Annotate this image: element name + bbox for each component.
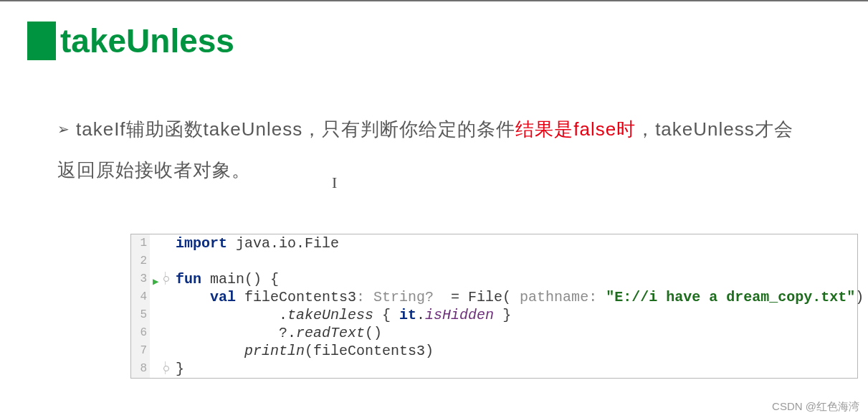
bullet-triangle-icon: ➢	[57, 121, 70, 137]
method-call: println	[244, 343, 305, 359]
run-gutter-icon[interactable]: ▶	[153, 273, 158, 291]
bullet-section: ➢takeIf辅助函数takeUnless，只有判断你给定的条件结果是false…	[57, 109, 865, 191]
line-number: 4	[131, 288, 150, 306]
code-row-2: 2	[131, 252, 857, 270]
code-text	[176, 343, 244, 359]
bullet-text-post: ，takeUnless才会	[636, 118, 793, 140]
fold-gutter-icon[interactable]	[165, 272, 174, 285]
line-number: 8	[131, 360, 150, 378]
type-hint: : String?	[356, 289, 442, 305]
bullet-line-2: 返回原始接收者对象。	[57, 150, 865, 191]
code-row-8: 8 }	[131, 360, 857, 378]
code-text: ?.	[176, 325, 296, 341]
heading-title: takeUnless	[60, 24, 234, 57]
param-hint: pathname:	[511, 289, 606, 305]
code-row-3: 3 ▶ fun main() {	[131, 270, 857, 288]
code-row-4: 4 val fileContents3: String? = File( pat…	[131, 288, 857, 306]
code-text: }	[494, 307, 511, 323]
string-literal: "E://i have a dream_copy.txt"	[606, 289, 855, 305]
code-text: main() {	[201, 271, 279, 288]
fold-gutter-icon[interactable]	[165, 361, 174, 374]
text-caret-icon: I	[332, 174, 337, 192]
code-block: 1 import java.io.File 2 3 ▶ fun main() {…	[130, 234, 858, 379]
code-row-6: 6 ?.readText()	[131, 324, 857, 342]
bullet-text-highlight: 结果是false时	[515, 118, 636, 140]
code-text: fileContents3	[236, 289, 356, 305]
code-text: }	[176, 361, 184, 377]
code-text: .	[416, 307, 425, 323]
code-line: import java.io.File	[176, 234, 857, 252]
line-number: 5	[131, 306, 150, 324]
slide-heading: takeUnless	[27, 22, 868, 60]
code-line: }	[176, 360, 857, 378]
keyword-import: import	[176, 235, 227, 252]
code-line: .takeUnless { it.isHidden }	[176, 306, 857, 324]
code-row-5: 5 .takeUnless { it.isHidden }	[131, 306, 857, 324]
heading-accent-block	[27, 22, 56, 60]
bullet-text-pre: takeIf辅助函数takeUnless，只有判断你给定的条件	[76, 118, 515, 140]
code-line: println(fileContents3)	[176, 342, 857, 360]
code-text: )	[855, 289, 864, 305]
code-line: val fileContents3: String? = File( pathn…	[176, 288, 864, 306]
code-line: ?.readText()	[176, 324, 857, 342]
method-call: readText	[296, 325, 365, 341]
keyword-val: val	[210, 289, 236, 305]
line-number: 3	[131, 270, 150, 288]
code-row-7: 7 println(fileContents3)	[131, 342, 857, 360]
code-text: (fileContents3)	[305, 343, 434, 359]
code-text: ()	[365, 325, 382, 341]
keyword-it: it	[399, 307, 416, 323]
code-text: java.io.File	[227, 235, 339, 252]
keyword-fun: fun	[176, 271, 201, 288]
line-number: 7	[131, 342, 150, 360]
method-call: takeUnless	[287, 307, 373, 323]
code-line	[176, 252, 857, 270]
property-ref: isHidden	[425, 307, 494, 323]
line-number: 6	[131, 324, 150, 342]
code-line: fun main() {	[176, 270, 857, 288]
line-number: 2	[131, 252, 150, 270]
code-text: .	[176, 307, 287, 323]
code-row-1: 1 import java.io.File	[131, 234, 857, 252]
watermark-text: CSDN @红色海湾	[772, 400, 859, 414]
code-text: {	[373, 307, 399, 323]
bullet-line-1: ➢takeIf辅助函数takeUnless，只有判断你给定的条件结果是false…	[57, 109, 865, 150]
code-text: = File(	[442, 289, 511, 305]
line-number: 1	[131, 234, 150, 252]
